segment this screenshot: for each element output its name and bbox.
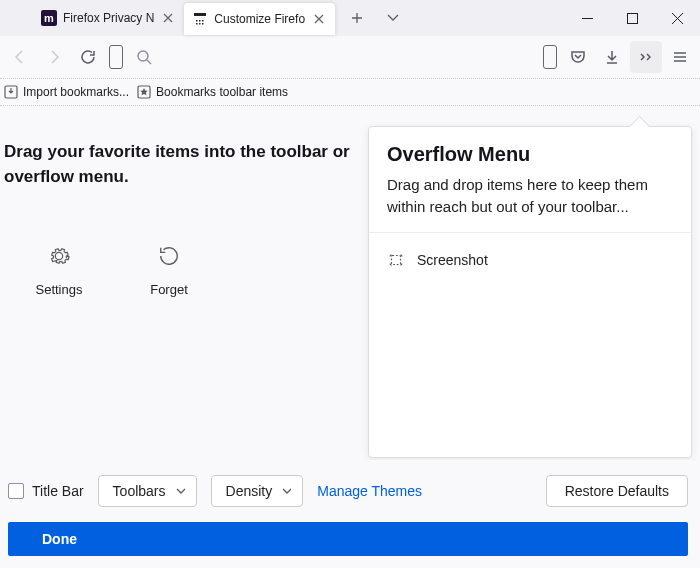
reload-button[interactable] xyxy=(72,41,104,73)
density-dropdown[interactable]: Density xyxy=(211,475,304,507)
restore-defaults-label: Restore Defaults xyxy=(565,483,669,499)
overflow-title: Overflow Menu xyxy=(387,143,673,166)
app-menu-button[interactable] xyxy=(664,41,696,73)
new-tab-button[interactable] xyxy=(343,4,371,32)
chevron-down-icon xyxy=(176,488,186,494)
window-controls xyxy=(565,3,700,33)
svg-text:m: m xyxy=(44,12,54,24)
back-button[interactable] xyxy=(4,41,36,73)
done-button[interactable]: Done xyxy=(8,522,688,556)
customize-area: Drag your favorite items into the toolba… xyxy=(0,106,700,458)
svg-rect-6 xyxy=(391,255,400,264)
import-bookmarks-button[interactable]: Import bookmarks... xyxy=(4,85,129,99)
overflow-button[interactable] xyxy=(630,41,662,73)
tab-customize[interactable]: Customize Firefo xyxy=(184,3,335,35)
downloads-button[interactable] xyxy=(596,41,628,73)
bookmarks-items-label: Bookmarks toolbar items xyxy=(156,85,288,99)
reader-mode-slot[interactable] xyxy=(543,45,557,69)
bookmarks-items-placeholder[interactable]: Bookmarks toolbar items xyxy=(137,85,288,99)
import-icon xyxy=(4,85,18,99)
forget-icon xyxy=(155,242,183,270)
density-label: Density xyxy=(226,483,273,499)
customize-icon xyxy=(192,11,208,27)
palette-item-label: Forget xyxy=(150,282,188,297)
gear-icon xyxy=(45,242,73,270)
list-tabs-button[interactable] xyxy=(379,4,407,32)
maximize-button[interactable] xyxy=(610,3,655,33)
bookmarks-toolbar: Import bookmarks... Bookmarks toolbar it… xyxy=(0,78,700,106)
done-label: Done xyxy=(42,531,77,547)
chevron-down-icon xyxy=(282,488,292,494)
palette-item-settings[interactable]: Settings xyxy=(4,219,114,319)
overflow-drop-area[interactable]: Screenshot xyxy=(369,233,691,287)
tab-bar: m Firefox Privacy N Customize Firefo xyxy=(0,0,700,36)
bottom-bar: Title Bar Toolbars Density Manage Themes… xyxy=(0,460,700,568)
checkbox[interactable] xyxy=(8,483,24,499)
svg-rect-2 xyxy=(628,13,638,23)
palette-column: Drag your favorite items into the toolba… xyxy=(4,116,364,458)
favicon-mozilla: m xyxy=(41,10,57,26)
toolbars-dropdown[interactable]: Toolbars xyxy=(98,475,197,507)
star-icon xyxy=(137,85,151,99)
restore-defaults-button[interactable]: Restore Defaults xyxy=(546,475,688,507)
manage-themes-link[interactable]: Manage Themes xyxy=(317,483,422,499)
close-window-button[interactable] xyxy=(655,3,700,33)
reader-mode-slot[interactable] xyxy=(109,45,123,69)
close-icon[interactable] xyxy=(160,10,176,26)
overflow-description: Drag and drop items here to keep them wi… xyxy=(387,174,673,218)
svg-point-3 xyxy=(138,51,148,61)
tab-label: Firefox Privacy N xyxy=(63,11,154,25)
palette-item-forget[interactable]: Forget xyxy=(114,219,224,319)
close-icon[interactable] xyxy=(311,11,327,27)
pocket-button[interactable] xyxy=(562,41,594,73)
screenshot-icon xyxy=(387,251,405,269)
palette-item-label: Settings xyxy=(36,282,83,297)
instruction-text: Drag your favorite items into the toolba… xyxy=(4,140,364,189)
import-bookmarks-label: Import bookmarks... xyxy=(23,85,129,99)
tab-label: Customize Firefo xyxy=(214,12,305,26)
overflow-item-label: Screenshot xyxy=(417,252,488,268)
tab-firefox-privacy[interactable]: m Firefox Privacy N xyxy=(33,2,184,34)
titlebar-label: Title Bar xyxy=(32,483,84,499)
titlebar-checkbox-wrap[interactable]: Title Bar xyxy=(8,483,84,499)
search-icon[interactable] xyxy=(128,41,160,73)
toolbars-label: Toolbars xyxy=(113,483,166,499)
palette-grid[interactable]: Settings Forget xyxy=(4,219,364,319)
navigation-toolbar xyxy=(0,36,700,78)
overflow-panel: Overflow Menu Drag and drop items here t… xyxy=(368,126,692,458)
forward-button[interactable] xyxy=(38,41,70,73)
minimize-button[interactable] xyxy=(565,3,610,33)
overflow-item-screenshot[interactable]: Screenshot xyxy=(387,245,673,275)
